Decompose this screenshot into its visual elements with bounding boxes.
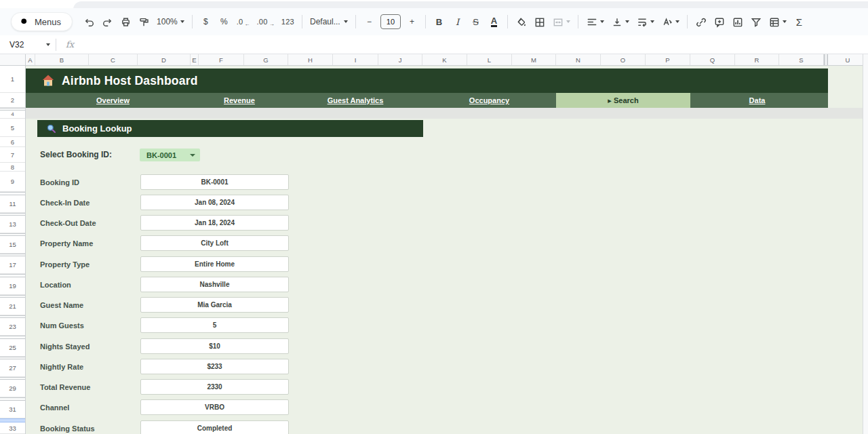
insert-chart-button[interactable] xyxy=(729,13,746,31)
italic-button[interactable]: I xyxy=(449,13,466,31)
field-value-cell[interactable]: Nashville xyxy=(140,277,289,292)
column-header[interactable]: K xyxy=(422,54,467,65)
column-header[interactable]: D xyxy=(138,54,191,65)
field-value-cell[interactable]: Jan 08, 2024 xyxy=(140,195,289,210)
dashboard-tab[interactable]: Overview xyxy=(35,93,191,108)
redo-button[interactable] xyxy=(99,13,116,31)
select-all-corner[interactable] xyxy=(0,54,26,66)
paint-format-button[interactable] xyxy=(136,13,153,31)
dashboard-tab[interactable]: Occupancy xyxy=(422,93,556,108)
row-header[interactable]: 21 xyxy=(0,298,25,315)
vertical-align-button[interactable] xyxy=(608,13,632,31)
row-header[interactable]: 29 xyxy=(0,380,25,397)
column-header[interactable]: M xyxy=(512,54,556,65)
insert-comment-button[interactable] xyxy=(711,13,728,31)
field-value-cell[interactable]: $10 xyxy=(140,338,289,354)
name-box[interactable]: V32 xyxy=(0,35,56,54)
row-header[interactable]: 2 xyxy=(0,93,25,108)
column-header[interactable]: L xyxy=(467,54,512,65)
row-number: 27 xyxy=(9,364,16,372)
toolbar-divider xyxy=(687,15,688,28)
column-header[interactable]: R xyxy=(735,54,779,65)
row-header[interactable]: 8 xyxy=(0,163,25,172)
row-header[interactable]: 11 xyxy=(0,195,25,213)
field-value-cell[interactable]: Entire Home xyxy=(140,256,289,272)
vertical-align-icon xyxy=(611,16,623,28)
text-color-button[interactable]: A xyxy=(486,13,502,31)
column-header[interactable]: F xyxy=(199,54,244,65)
zoom-select[interactable]: 100% xyxy=(154,13,187,31)
field-value-cell[interactable]: $233 xyxy=(140,359,289,374)
column-header[interactable]: O xyxy=(601,54,646,65)
column-header[interactable]: Q xyxy=(690,54,735,65)
field-value-cell[interactable]: Jan 18, 2024 xyxy=(140,215,289,231)
row-header[interactable]: 13 xyxy=(0,216,25,233)
font-size-input[interactable]: 10 xyxy=(380,14,401,29)
column-header[interactable]: G xyxy=(244,54,288,65)
row-header[interactable]: 33 xyxy=(0,422,25,434)
decrease-font-size-button[interactable]: − xyxy=(361,13,378,31)
text-wrap-button[interactable] xyxy=(633,13,657,31)
column-header[interactable]: H xyxy=(288,54,333,65)
borders-button[interactable] xyxy=(531,13,548,31)
column-header[interactable]: P xyxy=(646,54,690,65)
create-filter-button[interactable] xyxy=(747,13,764,31)
functions-button[interactable]: Σ xyxy=(791,13,808,31)
format-percent-button[interactable]: % xyxy=(216,13,233,31)
number-format-button[interactable]: 123 xyxy=(279,13,297,31)
column-header[interactable]: B xyxy=(35,54,89,65)
row-headers: 12456789111315171921232527293133 xyxy=(0,66,26,434)
merge-cells-button[interactable] xyxy=(549,13,573,31)
row-header[interactable]: 23 xyxy=(0,318,25,336)
row-header[interactable]: 19 xyxy=(0,277,25,295)
vertical-scrollbar[interactable] xyxy=(863,54,868,434)
column-header[interactable]: I xyxy=(333,54,378,65)
column-header[interactable]: N xyxy=(556,54,601,65)
column-header[interactable]: C xyxy=(89,54,138,65)
increase-decimal-button[interactable]: .00→ xyxy=(254,13,277,31)
bold-button[interactable]: B xyxy=(431,13,448,31)
field-value-cell[interactable]: City Loft xyxy=(140,235,289,251)
dashboard-tab[interactable]: Revenue xyxy=(191,93,288,108)
row-header[interactable]: 25 xyxy=(0,339,25,357)
row-header[interactable]: 5 xyxy=(0,119,25,137)
row-header[interactable]: 4 xyxy=(0,111,25,119)
formula-input[interactable] xyxy=(81,35,868,54)
strikethrough-button[interactable]: S xyxy=(467,13,484,31)
column-letter: U xyxy=(846,56,850,64)
row-header[interactable]: 1 xyxy=(0,66,25,93)
column-header[interactable]: S xyxy=(779,54,824,65)
field-value-cell[interactable]: Completed xyxy=(140,420,289,434)
field-value-cell[interactable]: 2330 xyxy=(140,379,289,395)
dashboard-tab[interactable]: Data xyxy=(690,93,824,108)
menus-search-button[interactable]: Menus xyxy=(11,12,73,31)
row-header[interactable]: 27 xyxy=(0,359,25,377)
booking-id-dropdown[interactable]: BK-0001 xyxy=(140,149,200,161)
insert-link-button[interactable] xyxy=(692,13,709,31)
format-currency-button[interactable]: $ xyxy=(197,13,214,31)
field-value-cell[interactable]: Mia Garcia xyxy=(140,297,289,313)
column-header[interactable]: A xyxy=(26,54,35,65)
row-header[interactable]: 6 xyxy=(0,137,25,147)
field-value-cell[interactable]: BK-0001 xyxy=(140,174,289,190)
field-value-cell[interactable]: VRBO xyxy=(140,399,289,415)
print-button[interactable] xyxy=(117,13,134,31)
row-header[interactable]: 7 xyxy=(0,147,25,163)
table-views-button[interactable] xyxy=(766,13,789,31)
field-value-cell[interactable]: 5 xyxy=(140,317,289,333)
row-header[interactable]: 15 xyxy=(0,236,25,254)
row-header[interactable]: 17 xyxy=(0,256,25,274)
increase-font-size-button[interactable]: + xyxy=(403,13,420,31)
row-header[interactable]: 9 xyxy=(0,172,25,192)
fill-color-button[interactable] xyxy=(513,13,530,31)
row-header[interactable]: 31 xyxy=(0,401,25,418)
column-header[interactable]: J xyxy=(378,54,422,65)
horizontal-align-button[interactable] xyxy=(583,13,607,31)
undo-button[interactable] xyxy=(81,13,98,31)
dashboard-tab[interactable]: Guest Analytics xyxy=(288,93,422,108)
dashboard-tab-active[interactable]: ▸ Search xyxy=(556,93,690,108)
text-rotation-button[interactable] xyxy=(658,13,682,31)
decrease-decimal-button[interactable]: .0← xyxy=(234,13,253,31)
font-family-select[interactable]: Defaul... xyxy=(307,13,351,31)
column-header[interactable]: E xyxy=(191,54,199,65)
